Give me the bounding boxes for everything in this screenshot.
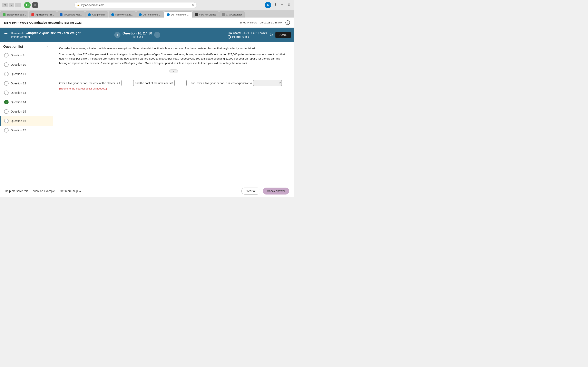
q9-label: Question 9 — [11, 54, 25, 57]
hw-question-info: Question 16, 2.4.30 Part 1 of 2 — [122, 32, 152, 38]
sidebar-toggle-btn[interactable]: ⊞ — [2, 3, 8, 7]
sidebar-item-q9[interactable]: Question 9 — [0, 50, 53, 60]
sidebar-btn[interactable]: ⊡ — [286, 2, 292, 8]
q12-status-icon — [4, 81, 9, 86]
points-label: Points: — [232, 35, 241, 38]
less-expensive-dropdown[interactable]: keep the old car buy the new car — [253, 80, 282, 86]
hw-settings-btn[interactable]: ⚙ — [269, 33, 273, 37]
tab-favicon-homework3 — [167, 13, 170, 16]
tab-favicon-biology — [3, 13, 6, 16]
sidebar-item-q16[interactable]: Question 16 — [0, 116, 53, 125]
question-intro: Consider the following situation, which … — [59, 46, 288, 50]
question-list-title: Question list — [3, 45, 23, 49]
sidebar-item-q11[interactable]: Question 11 — [0, 69, 53, 79]
question-body: You currently drive 325 miles per week i… — [59, 52, 288, 66]
tab-gpa[interactable]: GPA Calculator — [219, 11, 245, 17]
old-car-cost-input[interactable] — [121, 80, 134, 86]
check-answer-btn[interactable]: Check answer — [263, 188, 289, 194]
hw-label: Homework: — [11, 32, 25, 35]
main-layout: Question list |← Question 9 Question 10 … — [0, 42, 294, 185]
hw-question-title: Question 16, 2.4.30 — [122, 32, 152, 35]
answer-middle2: . Thus, over a five-year period, it is l… — [188, 80, 252, 86]
tab-label-homework3: Do Homework -... — [171, 13, 189, 16]
prev-question-btn[interactable]: ‹ — [114, 32, 121, 38]
q11-label: Question 11 — [11, 72, 26, 76]
hw-title-section: Homework: Chapter 2 Quiz Review Zero Wei… — [11, 31, 81, 39]
help-icon[interactable]: ? — [285, 20, 290, 25]
new-tab-btn[interactable]: + — [279, 2, 285, 8]
address-text: mylab.pearson.com — [81, 3, 104, 7]
q10-status-icon — [4, 62, 9, 67]
sidebar-item-q17[interactable]: Question 17 — [0, 125, 53, 135]
sidebar-item-q14[interactable]: ✓ Question 14 — [0, 98, 53, 107]
browser-nav-buttons: ⊞ ‹ › — [2, 3, 21, 7]
collapse-sidebar-btn[interactable]: |← — [45, 45, 50, 49]
get-more-help-btn[interactable]: Get more help ▲ — [60, 189, 81, 193]
tab-favicon-applications — [31, 13, 34, 16]
expand-dots[interactable]: · · · — [59, 69, 288, 73]
user-name: Zineb Philibert — [240, 21, 257, 24]
q14-label: Question 14 — [11, 100, 26, 104]
q13-status-icon — [4, 91, 9, 95]
next-question-btn[interactable]: › — [154, 32, 160, 38]
points-circle-icon — [228, 35, 231, 39]
reload-icon[interactable]: ↻ — [192, 3, 194, 7]
tab-applications[interactable]: Applications | R... — [29, 11, 56, 17]
tab-label-assignments: Assignments — [92, 13, 105, 16]
sidebar-item-q10[interactable]: Question 10 — [0, 60, 53, 69]
q15-status-icon — [4, 109, 9, 114]
q15-label: Question 15 — [11, 110, 26, 113]
question-content: Consider the following situation, which … — [53, 42, 294, 185]
tab-mylab[interactable]: MyLab and Mas... — [57, 11, 85, 17]
answer-note: (Round to the nearest dollar as needed.) — [59, 87, 288, 90]
forward-btn[interactable]: › — [15, 3, 21, 7]
hw-score-line: HW Score: 5.56%, 1 of 18 points — [228, 31, 267, 34]
q12-label: Question 12 — [11, 82, 26, 85]
tab-label-homework1: Homework and... — [115, 13, 133, 16]
sidebar-item-q13[interactable]: Question 13 — [0, 88, 53, 98]
expand-dots-btn[interactable]: · · · — [169, 69, 178, 73]
q9-status-icon — [4, 53, 9, 58]
back-btn[interactable]: ‹ — [9, 3, 14, 7]
page-header-right: Zineb Philibert 05/03/23 11:38 AM ? — [240, 20, 290, 25]
address-bar[interactable]: 🔒 mylab.pearson.com ↻ — [74, 2, 197, 8]
hw-question-part: Part 1 of 2 — [122, 35, 152, 38]
profile-icon[interactable]: h — [265, 2, 271, 8]
tab-label-gpa: GPA Calculator — [226, 13, 242, 16]
hw-menu-btn[interactable]: ☰ — [3, 32, 9, 38]
tab-assignments[interactable]: Assignments — [85, 11, 108, 17]
q16-status-icon — [4, 119, 9, 123]
sidebar-item-q15[interactable]: Question 15 — [0, 107, 53, 116]
tab-label-biology: Biology final exa... — [7, 13, 26, 16]
tab-favicon-mylab — [60, 13, 62, 16]
hw-score-section: HW Score: 5.56%, 1 of 18 points Points: … — [228, 31, 267, 39]
q11-status-icon — [4, 72, 9, 76]
bottom-toolbar: Help me solve this View an example Get m… — [0, 185, 294, 197]
save-button[interactable]: Save — [276, 32, 291, 38]
download-btn[interactable]: ⬇ — [272, 2, 278, 8]
question-list-sidebar: Question list |← Question 9 Question 10 … — [0, 42, 53, 185]
tab-homework3[interactable]: Do Homework -... — [164, 11, 192, 17]
tab-grades[interactable]: View My Grades — [192, 11, 219, 17]
answer-middle1: and the cost of the new car is $ — [135, 80, 173, 86]
hw-question-nav: ‹ Question 16, 2.4.30 Part 1 of 2 › — [114, 32, 160, 38]
divider — [59, 77, 288, 77]
browser-tools: h ⬇ + ⊡ — [265, 2, 292, 8]
bottom-toolbar-right: Clear all Check answer — [241, 188, 289, 194]
tab-homework2[interactable]: Do Homework -... — [136, 11, 164, 17]
browser-chrome: ⊞ ‹ › G 🛡 🔒 mylab.pearson.com ↻ h ⬇ + ⊡ — [0, 0, 294, 10]
help-me-solve-btn[interactable]: Help me solve this — [5, 189, 28, 193]
new-car-cost-input[interactable] — [174, 80, 187, 86]
clear-all-btn[interactable]: Clear all — [241, 188, 260, 194]
tab-favicon-grades — [195, 13, 198, 16]
lock-icon: 🔒 — [77, 4, 80, 6]
tab-label-grades: View My Grades — [199, 13, 216, 16]
sidebar-item-q12[interactable]: Question 12 — [0, 79, 53, 88]
tab-homework1[interactable]: Homework and... — [109, 11, 136, 17]
hw-header: ☰ Homework: Chapter 2 Quiz Review Zero W… — [0, 28, 294, 42]
question-text: Consider the following situation, which … — [59, 46, 288, 65]
tab-biology[interactable]: Biology final exa... — [0, 11, 28, 17]
view-example-btn[interactable]: View an example — [33, 189, 55, 193]
page-title: MTH 154 – W09S Quantitative Reasoning Sp… — [4, 21, 82, 24]
tab-favicon-homework2 — [139, 13, 142, 16]
